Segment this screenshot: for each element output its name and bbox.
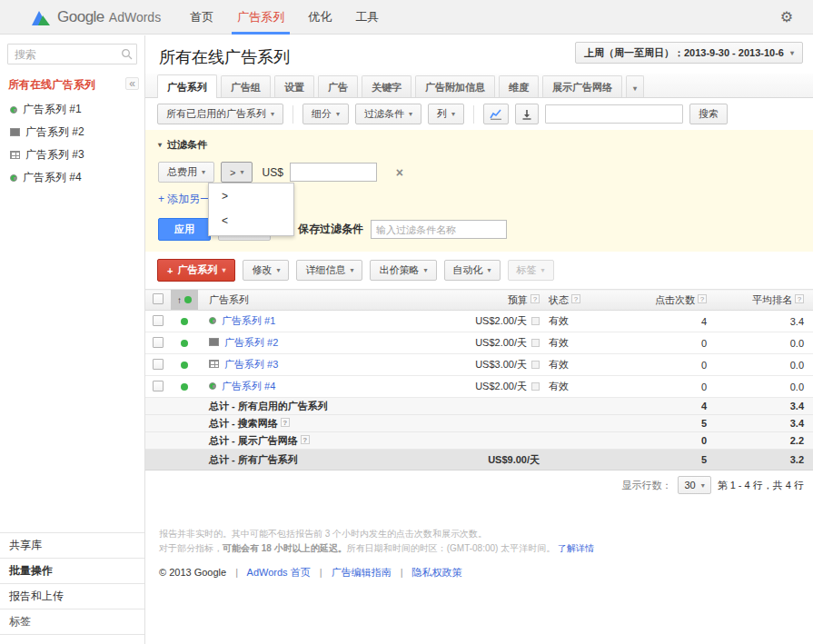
row-checkbox[interactable] bbox=[153, 359, 164, 370]
tab-campaigns[interactable]: 广告系列 bbox=[157, 74, 217, 98]
status-enabled-icon[interactable] bbox=[181, 383, 188, 391]
chevron-down-icon: ▾ bbox=[541, 266, 545, 274]
download-icon bbox=[521, 109, 532, 120]
tab-ad-extensions[interactable]: 广告附加信息 bbox=[415, 75, 495, 97]
filter-panel-header[interactable]: ▾ 过滤条件 bbox=[158, 138, 813, 152]
column-header-status[interactable]: 状态? bbox=[549, 290, 618, 311]
footer-link-editorial-guidelines[interactable]: 广告编辑指南 bbox=[332, 567, 392, 578]
sidebar-item-reports-uploads[interactable]: 报告和上传 bbox=[0, 583, 144, 609]
tab-dimensions[interactable]: 维度 bbox=[499, 75, 539, 97]
footer-link-privacy-policy[interactable]: 隐私权政策 bbox=[412, 567, 462, 578]
tab-keywords[interactable]: 关键字 bbox=[362, 75, 411, 97]
remove-filter-icon[interactable]: × bbox=[396, 165, 403, 180]
operator-option-lt[interactable]: < bbox=[209, 211, 293, 232]
help-icon[interactable]: ? bbox=[281, 418, 290, 427]
filter-operator-button[interactable]: > ▾ bbox=[221, 162, 253, 183]
bid-strategy-button[interactable]: 出价策略 ▾ bbox=[370, 260, 436, 281]
column-header-campaign[interactable]: 广告系列 bbox=[198, 290, 432, 311]
row-checkbox[interactable] bbox=[153, 315, 164, 326]
filter-field-button[interactable]: 总费用 ▾ bbox=[158, 162, 214, 183]
column-header-clicks[interactable]: 点击次数? bbox=[618, 290, 716, 311]
column-header-avg-pos[interactable]: 平均排名? bbox=[716, 290, 813, 311]
enabled-campaigns-filter-button[interactable]: 所有已启用的广告系列 ▾ bbox=[157, 104, 283, 124]
table-header-row: ↑ 广告系列 预算? 状态? 点击次数? 平均排名? bbox=[145, 290, 813, 311]
table-row: 广告系列 #4 US$2.00/天 有效 0 0.0 bbox=[145, 376, 813, 398]
chevron-down-icon: ▾ bbox=[271, 110, 274, 118]
edit-budget-icon[interactable] bbox=[531, 382, 540, 391]
campaign-type-icon bbox=[209, 382, 216, 390]
campaign-link[interactable]: 广告系列 #3 bbox=[224, 359, 278, 370]
chevron-down-icon: ▾ bbox=[423, 266, 427, 274]
chevron-down-icon: ▾ bbox=[488, 266, 491, 274]
sidebar-search-input[interactable] bbox=[7, 44, 137, 64]
chevron-down-icon: ▾ bbox=[701, 481, 705, 490]
sidebar-item-shared-library[interactable]: 共享库 bbox=[0, 532, 144, 558]
chevron-down-icon: ▾ bbox=[336, 110, 340, 118]
tab-display-network[interactable]: 展示广告网络 bbox=[542, 75, 622, 97]
pagination-bar: 显示行数： 30 ▾ 第 1 - 4 行，共 4 行 bbox=[145, 471, 813, 494]
help-icon[interactable]: ? bbox=[795, 294, 804, 303]
adwords-logo[interactable]: Google AdWords bbox=[31, 8, 161, 26]
status-enabled-icon[interactable] bbox=[181, 340, 188, 347]
sidebar-item-bulk-operations[interactable]: 批量操作 bbox=[0, 558, 144, 583]
add-campaign-button[interactable]: + 广告系列 ▾ bbox=[157, 259, 235, 282]
learn-more-link[interactable]: 了解详情 bbox=[558, 543, 594, 553]
footer-link-adwords-home[interactable]: AdWords 首页 bbox=[247, 567, 311, 578]
chart-button[interactable] bbox=[483, 104, 509, 124]
nav-item-campaigns[interactable]: 广告系列 bbox=[237, 0, 284, 35]
gear-icon[interactable]: ⚙ bbox=[780, 8, 793, 25]
campaign-link[interactable]: 广告系列 #1 bbox=[222, 315, 275, 326]
plus-icon: + bbox=[167, 265, 173, 276]
automation-button[interactable]: 自动化 ▾ bbox=[444, 260, 501, 281]
filter-button[interactable]: 过滤条件 ▾ bbox=[355, 104, 421, 124]
table-row: 广告系列 #1 US$2.00/天 有效 4 3.4 bbox=[145, 311, 813, 332]
details-button[interactable]: 详细信息 ▾ bbox=[296, 260, 362, 281]
tab-ads[interactable]: 广告 bbox=[318, 75, 358, 97]
status-enabled-icon bbox=[184, 296, 192, 303]
row-checkbox[interactable] bbox=[153, 337, 164, 348]
sidebar-campaign-item[interactable]: 广告系列 #1 bbox=[0, 98, 144, 121]
more-tabs-button[interactable]: ▾ bbox=[626, 75, 644, 97]
select-all-checkbox[interactable] bbox=[153, 293, 164, 304]
collapse-sidebar-icon[interactable]: « bbox=[125, 77, 139, 90]
sidebar-campaign-item[interactable]: 广告系列 #2 bbox=[0, 121, 144, 144]
filter-value-input[interactable] bbox=[290, 163, 377, 182]
operator-option-gt[interactable]: > bbox=[209, 186, 293, 207]
column-header-status-icon[interactable]: ↑ bbox=[171, 290, 198, 311]
nav-item-opportunities[interactable]: 优化 bbox=[308, 0, 332, 35]
table-row: 广告系列 #3 US$3.00/天 有效 0 0.0 bbox=[145, 354, 813, 376]
sidebar-all-campaigns-link[interactable]: 所有在线广告系列 bbox=[8, 77, 95, 93]
status-enabled-icon[interactable] bbox=[181, 318, 188, 325]
help-icon[interactable]: ? bbox=[530, 294, 540, 303]
row-checkbox[interactable] bbox=[153, 381, 164, 391]
total-row-display: 总计 - 展示广告网络? 0 2.2 bbox=[145, 432, 813, 450]
apply-filter-button[interactable]: 应用 bbox=[158, 218, 211, 241]
help-icon[interactable]: ? bbox=[698, 294, 707, 303]
sidebar-item-labels[interactable]: 标签 bbox=[0, 609, 144, 635]
nav-item-home[interactable]: 首页 bbox=[190, 0, 213, 35]
sidebar-campaign-item[interactable]: 广告系列 #3 bbox=[0, 144, 144, 166]
currency-label: US$ bbox=[262, 166, 283, 179]
edit-button[interactable]: 修改 ▾ bbox=[243, 260, 289, 281]
rows-per-page-select[interactable]: 30 ▾ bbox=[678, 476, 710, 494]
column-header-budget[interactable]: 预算? bbox=[432, 290, 549, 311]
table-search-input[interactable] bbox=[545, 104, 683, 124]
campaign-link[interactable]: 广告系列 #2 bbox=[224, 337, 278, 348]
sidebar-campaign-item[interactable]: 广告系列 #4 bbox=[0, 166, 144, 189]
date-range-button[interactable]: 上周（周一至周日）：2013-9-30 - 2013-10-6 ▾ bbox=[575, 42, 803, 64]
edit-budget-icon[interactable] bbox=[531, 317, 540, 325]
columns-button[interactable]: 列 ▾ bbox=[428, 104, 464, 124]
filter-name-input[interactable] bbox=[371, 220, 507, 239]
tab-ad-groups[interactable]: 广告组 bbox=[221, 75, 271, 97]
download-button[interactable] bbox=[515, 104, 539, 124]
status-enabled-icon[interactable] bbox=[181, 362, 188, 369]
edit-budget-icon[interactable] bbox=[531, 361, 540, 369]
table-search-button[interactable]: 搜索 bbox=[689, 104, 728, 124]
campaign-link[interactable]: 广告系列 #4 bbox=[222, 381, 275, 391]
help-icon[interactable]: ? bbox=[571, 294, 580, 303]
tab-settings[interactable]: 设置 bbox=[274, 75, 314, 97]
nav-item-tools[interactable]: 工具 bbox=[355, 0, 379, 35]
segment-button[interactable]: 细分 ▾ bbox=[302, 104, 349, 124]
help-icon[interactable]: ? bbox=[301, 435, 310, 444]
edit-budget-icon[interactable] bbox=[531, 339, 540, 347]
